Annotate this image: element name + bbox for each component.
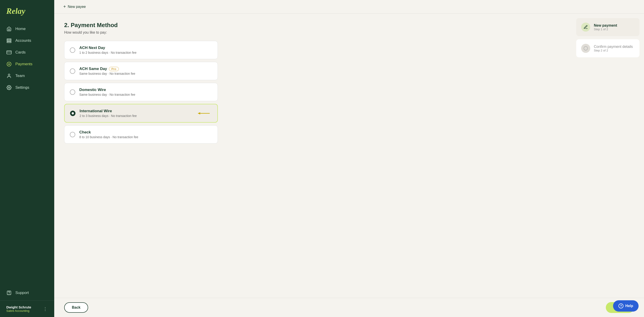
svg-rect-0 (7, 39, 11, 40)
step-2-title: Confirm payment details (594, 45, 633, 49)
payment-options-list: ACH Next Day 1 to 2 business days · No t… (64, 41, 218, 144)
settings-label: Settings (15, 85, 29, 90)
right-panel: New payment Step 1 of 2 Confirm payment … (572, 13, 644, 298)
section-subtitle: How would you like to pay: (64, 30, 562, 34)
option-international-wire[interactable]: International Wire 2 to 3 business days … (64, 104, 218, 123)
radio-ach-next-day (70, 47, 75, 53)
home-label: Home (15, 27, 26, 31)
radio-check (70, 132, 75, 137)
logo-area: Relay (0, 0, 54, 21)
sidebar-item-accounts[interactable]: Accounts (0, 35, 54, 46)
sidebar-item-support[interactable]: Support (0, 287, 54, 299)
option-name-domestic-wire: Domestic Wire (79, 88, 212, 92)
option-detail-ach-next-day: 1 to 2 business days · No transaction fe… (79, 51, 212, 54)
accounts-icon (6, 38, 12, 43)
team-icon (6, 73, 12, 79)
option-content-ach-same-day: ACH Same Day Pro Same business day · No … (79, 67, 212, 75)
user-section: Dwight Schrute Sabre Accounting ⋮ (0, 301, 54, 317)
option-content-domestic-wire: Domestic Wire Same business day · No tra… (79, 88, 212, 96)
step-1-card: New payment Step 1 of 2 (576, 18, 640, 36)
option-ach-next-day[interactable]: ACH Next Day 1 to 2 business days · No t… (64, 41, 218, 59)
option-detail-check: 8 to 10 business days · No transaction f… (79, 135, 212, 139)
help-button[interactable]: ? Help (613, 300, 638, 312)
option-name-ach-same-day: ACH Same Day Pro (79, 67, 212, 71)
svg-rect-3 (7, 51, 11, 54)
sidebar: Relay Home Accounts (0, 0, 54, 317)
step-1-title: New payment (594, 23, 617, 27)
new-payee-label: New payee (68, 5, 86, 9)
svg-marker-13 (198, 112, 200, 114)
back-button[interactable]: Back (64, 302, 88, 313)
step-1-info: New payment Step 1 of 2 (594, 23, 617, 31)
svg-point-14 (584, 46, 588, 50)
user-company: Sabre Accounting (6, 309, 31, 313)
svg-rect-1 (7, 40, 11, 41)
app-logo: Relay (6, 6, 25, 15)
pro-badge: Pro (109, 67, 119, 71)
radio-international-wire (70, 111, 76, 116)
payments-icon (6, 61, 12, 67)
section-title: 2. Payment Method (64, 22, 562, 29)
option-content-check: Check 8 to 10 business days · No transac… (79, 130, 212, 139)
option-name-check: Check (79, 130, 212, 135)
option-content-international-wire: International Wire 2 to 3 business days … (80, 109, 189, 118)
sidebar-item-team[interactable]: Team (0, 70, 54, 82)
arrow-annotation (196, 111, 212, 116)
payments-label: Payments (15, 62, 32, 66)
radio-ach-same-day (70, 68, 75, 74)
topbar: + New payee (54, 0, 644, 13)
step-2-card: Confirm payment details Step 2 of 2 (576, 39, 640, 57)
sidebar-item-home[interactable]: Home (0, 23, 54, 35)
more-options-button[interactable]: ⋮ (43, 306, 48, 312)
sidebar-item-cards[interactable]: Cards (0, 46, 54, 58)
cards-label: Cards (15, 50, 26, 55)
content-area: 2. Payment Method How would you like to … (54, 13, 644, 298)
sidebar-nav: Home Accounts Cards (0, 21, 54, 301)
option-name-ach-next-day: ACH Next Day (79, 46, 212, 50)
option-detail-domestic-wire: Same business day · No transaction fee (79, 93, 212, 96)
payment-section: 2. Payment Method How would you like to … (54, 13, 572, 298)
sidebar-item-payments[interactable]: Payments (0, 58, 54, 70)
user-info: Dwight Schrute Sabre Accounting (6, 305, 31, 313)
svg-point-11 (9, 294, 9, 294)
option-check[interactable]: Check 8 to 10 business days · No transac… (64, 125, 218, 144)
accounts-label: Accounts (15, 38, 31, 43)
option-ach-same-day[interactable]: ACH Same Day Pro Same business day · No … (64, 62, 218, 80)
home-icon (6, 26, 12, 32)
user-name: Dwight Schrute (6, 305, 31, 309)
svg-rect-2 (7, 42, 11, 43)
step-1-sub: Step 1 of 2 (594, 27, 617, 31)
step-1-icon (581, 22, 590, 32)
team-label: Team (15, 74, 25, 78)
support-icon (6, 290, 12, 296)
cards-icon (6, 50, 12, 55)
radio-domestic-wire (70, 89, 75, 95)
step-2-icon (581, 44, 590, 53)
help-circle-icon: ? (618, 304, 624, 309)
option-detail-international-wire: 2 to 3 business days · No transaction fe… (80, 114, 189, 118)
option-detail-ach-same-day: Same business day · No transaction fee (79, 72, 212, 75)
settings-icon (6, 85, 12, 90)
support-label: Support (15, 291, 29, 295)
option-content-ach-next-day: ACH Next Day 1 to 2 business days · No t… (79, 46, 212, 54)
help-label: Help (625, 304, 633, 308)
new-payee-button[interactable]: + New payee (63, 4, 86, 9)
step-2-sub: Step 2 of 2 (594, 49, 633, 52)
step-2-info: Confirm payment details Step 2 of 2 (594, 45, 633, 52)
svg-point-9 (8, 87, 10, 88)
main-content: + New payee 2. Payment Method How would … (54, 0, 644, 317)
option-domestic-wire[interactable]: Domestic Wire Same business day · No tra… (64, 83, 218, 101)
option-name-international-wire: International Wire (80, 109, 189, 113)
bottom-bar: Back Next (54, 298, 644, 317)
svg-point-8 (8, 74, 10, 76)
sidebar-item-settings[interactable]: Settings (0, 82, 54, 93)
plus-icon: + (63, 4, 66, 9)
